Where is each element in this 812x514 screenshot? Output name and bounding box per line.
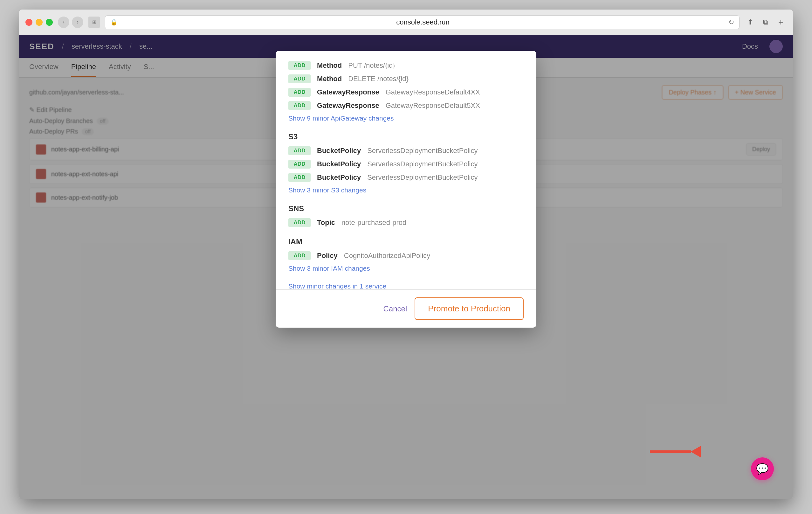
- change-type-method-delete: Method: [317, 75, 342, 83]
- cancel-button[interactable]: Cancel: [383, 305, 407, 313]
- modal-footer: Cancel Promote to Production: [276, 289, 536, 327]
- add-badge-bucket2: ADD: [288, 160, 311, 169]
- change-name-bucket2: ServerlessDeploymentBucketPolicy: [367, 160, 477, 168]
- change-row-delete-method: ADD Method DELETE /notes/{id}: [288, 75, 524, 83]
- refresh-button[interactable]: ↻: [728, 18, 734, 26]
- modal-body: ADD Method PUT /notes/{id} ADD Method DE…: [276, 51, 536, 289]
- arrow-head-left: [691, 446, 701, 457]
- change-type-policy: Policy: [317, 252, 338, 260]
- add-badge-topic: ADD: [288, 218, 311, 227]
- change-name-policy: CognitoAuthorizedApiPolicy: [344, 252, 431, 260]
- change-type-bucket2: BucketPolicy: [317, 160, 361, 168]
- change-type-gateway4xx: GatewayResponse: [317, 88, 379, 96]
- sns-section-title: SNS: [288, 204, 524, 213]
- forward-button[interactable]: ›: [72, 17, 83, 28]
- arrow-indicator: [650, 446, 701, 457]
- url-text[interactable]: console.seed.run: [120, 18, 726, 26]
- change-type-bucket3: BucketPolicy: [317, 173, 361, 181]
- s3-section-title: S3: [288, 132, 524, 141]
- new-tab-button[interactable]: +: [775, 17, 787, 28]
- change-type-topic: Topic: [317, 219, 335, 227]
- browser-actions: ⬆ ⧉ +: [745, 17, 787, 28]
- minimize-button[interactable]: [36, 19, 42, 26]
- maximize-button[interactable]: [46, 19, 53, 26]
- arrow-line: [650, 450, 691, 453]
- address-bar: 🔒 console.seed.run ↻: [105, 15, 740, 29]
- change-name-gateway4xx: GatewayResponseDefault4XX: [386, 88, 480, 96]
- promote-modal: ADD Method PUT /notes/{id} ADD Method DE…: [276, 51, 536, 327]
- change-name-gateway5xx: GatewayResponseDefault5XX: [386, 102, 480, 110]
- change-row-bucket-2: ADD BucketPolicy ServerlessDeploymentBuc…: [288, 160, 524, 169]
- change-name-delete: DELETE /notes/{id}: [348, 75, 409, 83]
- browser-window: ‹ › ⊞ 🔒 console.seed.run ↻ ⬆ ⧉ + SEED / …: [19, 9, 793, 499]
- change-name-put: PUT /notes/{id}: [348, 61, 395, 70]
- new-window-button[interactable]: ⧉: [760, 17, 771, 28]
- change-type-method-put: Method: [317, 61, 342, 70]
- chat-icon: 💬: [756, 463, 769, 475]
- change-name-bucket1: ServerlessDeploymentBucketPolicy: [367, 147, 477, 155]
- show-more-iam-link[interactable]: Show 3 minor IAM changes: [288, 265, 524, 272]
- close-button[interactable]: [25, 19, 32, 26]
- add-badge-delete: ADD: [288, 75, 311, 83]
- tab-overview-button[interactable]: ⊞: [88, 17, 100, 28]
- back-button[interactable]: ‹: [58, 17, 69, 28]
- change-row-bucket-3: ADD BucketPolicy ServerlessDeploymentBuc…: [288, 173, 524, 182]
- promote-to-production-button[interactable]: Promote to Production: [414, 297, 524, 320]
- add-badge-gateway5xx: ADD: [288, 101, 311, 110]
- traffic-lights: [25, 19, 53, 26]
- add-badge-gateway4xx: ADD: [288, 88, 311, 97]
- lock-icon: 🔒: [110, 19, 117, 26]
- iam-section: IAM ADD Policy CognitoAuthorizedApiPolic…: [288, 237, 524, 272]
- change-row-policy: ADD Policy CognitoAuthorizedApiPolicy: [288, 251, 524, 260]
- s3-section: S3 ADD BucketPolicy ServerlessDeployment…: [288, 132, 524, 194]
- share-button[interactable]: ⬆: [745, 17, 756, 28]
- show-more-s3-link[interactable]: Show 3 minor S3 changes: [288, 187, 524, 194]
- add-badge-policy: ADD: [288, 251, 311, 260]
- modal-overlay: ADD Method PUT /notes/{id} ADD Method DE…: [19, 35, 793, 499]
- change-row-gateway-5xx: ADD GatewayResponse GatewayResponseDefau…: [288, 101, 524, 110]
- change-row-topic: ADD Topic note-purchased-prod: [288, 218, 524, 227]
- iam-section-title: IAM: [288, 237, 524, 246]
- show-minor-changes-link[interactable]: Show minor changes in 1 service: [288, 282, 524, 289]
- sns-section: SNS ADD Topic note-purchased-prod: [288, 204, 524, 227]
- show-more-apigateway-link[interactable]: Show 9 minor ApiGateway changes: [288, 115, 524, 122]
- change-name-topic: note-purchased-prod: [342, 219, 406, 227]
- app-content: SEED / serverless-stack / se... Docs Ove…: [19, 35, 793, 499]
- change-name-bucket3: ServerlessDeploymentBucketPolicy: [367, 173, 477, 181]
- browser-titlebar: ‹ › ⊞ 🔒 console.seed.run ↻ ⬆ ⧉ +: [19, 9, 793, 35]
- change-type-bucket1: BucketPolicy: [317, 147, 361, 155]
- add-badge-put: ADD: [288, 61, 311, 70]
- chat-bubble[interactable]: 💬: [751, 457, 774, 480]
- change-row-bucket-1: ADD BucketPolicy ServerlessDeploymentBuc…: [288, 146, 524, 155]
- change-row-put-method: ADD Method PUT /notes/{id}: [288, 61, 524, 70]
- change-type-gateway5xx: GatewayResponse: [317, 102, 379, 110]
- add-badge-bucket3: ADD: [288, 173, 311, 182]
- nav-buttons: ‹ ›: [58, 17, 83, 28]
- add-badge-bucket1: ADD: [288, 146, 311, 155]
- api-gateway-section: ADD Method PUT /notes/{id} ADD Method DE…: [288, 61, 524, 122]
- change-row-gateway-4xx: ADD GatewayResponse GatewayResponseDefau…: [288, 88, 524, 97]
